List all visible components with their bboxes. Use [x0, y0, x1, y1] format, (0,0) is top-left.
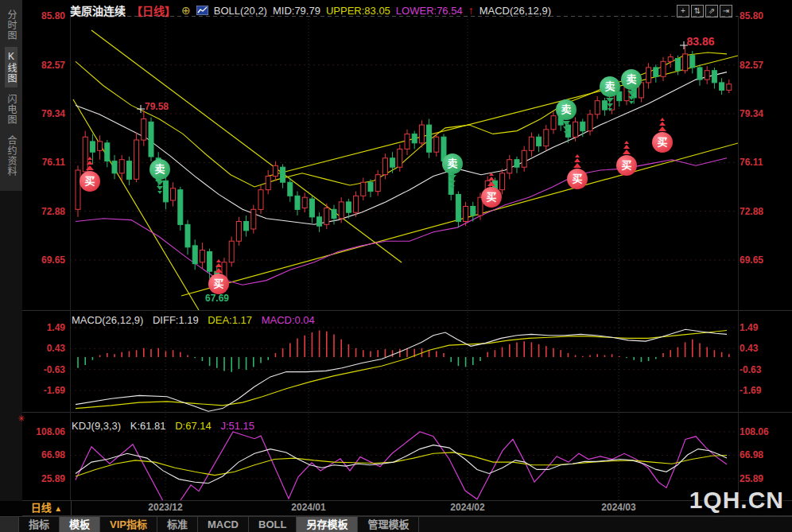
- tabbar-stub: [0, 517, 19, 532]
- watermark: 1QH.CN: [689, 487, 784, 514]
- macd-axis-label: 1.49: [22, 321, 65, 334]
- macd-title: MACD(26,12,9): [72, 314, 143, 326]
- price-axis-label: 79.34: [740, 107, 789, 120]
- tab-indicators[interactable]: 指标: [19, 517, 60, 532]
- bottom-tabbar: 指标 模板 VIP指标 标准 MACD BOLL 另存模板 管理模板: [0, 516, 792, 532]
- add-indicator-icon[interactable]: ⊕: [181, 4, 191, 17]
- macd-axis-label: -0.63: [740, 363, 789, 376]
- kdj-axis-label: 66.98: [22, 449, 65, 461]
- period-label: 日线: [31, 502, 52, 514]
- main-candlestick-chart[interactable]: [70, 16, 738, 311]
- macd-axis-label: -0.63: [22, 363, 65, 376]
- macd-axis-label: -1.69: [740, 384, 789, 397]
- tab-manage-templates[interactable]: 管理模板: [358, 517, 419, 532]
- boll-lower-value: LOWER:76.54: [396, 5, 463, 17]
- chart-type-group: 分时图 K线图 闪电图 合约资料: [0, 0, 22, 191]
- macd-params: MACD(26,12,9): [479, 5, 551, 17]
- kdj-header: KDJ(9,3,3) K:61.81 D:67.14 J:51.15: [72, 420, 261, 432]
- price-axis-label: 79.34: [22, 107, 65, 120]
- indicator-settings-icon[interactable]: ✳: [17, 414, 25, 424]
- axis-border: [738, 16, 739, 500]
- boll-mid-value: MID:79.79: [273, 5, 320, 17]
- kdj-title: KDJ(9,3,3): [72, 420, 121, 432]
- date-tick-label: 2024/03: [601, 502, 635, 513]
- kdj-axis-label: 25.89: [22, 472, 65, 485]
- chevron-up-icon: ▲: [54, 504, 62, 513]
- macd-hist-value: MACD:0.04: [262, 314, 315, 326]
- macd-dea-value: DEA:1.17: [208, 314, 252, 326]
- panel-divider[interactable]: [22, 412, 792, 413]
- panel-divider[interactable]: [22, 310, 792, 311]
- price-axis-label: 69.65: [22, 254, 65, 266]
- date-axis: 日线 ▲ 2023/122024/012024/022024/03: [0, 501, 792, 515]
- sidebar-item-flash-chart[interactable]: 闪电图: [5, 90, 17, 129]
- boll-upper-value: UPPER:83.05: [326, 5, 390, 17]
- up-arrow-icon: ↑: [468, 4, 474, 17]
- price-axis-label: 69.65: [740, 254, 789, 266]
- price-axis-label: 72.88: [22, 205, 65, 218]
- sidebar-item-kline-chart[interactable]: K线图: [5, 47, 17, 87]
- kline-mini-icon: [196, 6, 208, 15]
- tab-macd[interactable]: MACD: [198, 517, 249, 532]
- sidebar-item-time-chart[interactable]: 分时图: [5, 6, 17, 45]
- boll-params: BOLL(20,2): [214, 5, 267, 17]
- macd-panel-chart[interactable]: [70, 312, 738, 412]
- axis-border: [70, 16, 71, 500]
- sidebar-item-contract-info[interactable]: 合约资料: [5, 131, 17, 181]
- kdj-axis-label: 108.06: [740, 425, 789, 438]
- kdj-axis-label: 66.98: [740, 449, 789, 461]
- price-axis-label: 85.80: [740, 10, 789, 22]
- kdj-k-value: K:61.81: [130, 420, 166, 432]
- tab-standard[interactable]: 标准: [157, 517, 198, 532]
- sidebar: 分时图 K线图 闪电图 合约资料: [0, 0, 22, 501]
- tab-vip-indicators[interactable]: VIP指标: [100, 517, 157, 532]
- macd-header: MACD(26,12,9) DIFF:1.19 DEA:1.17 MACD:0.…: [72, 314, 321, 326]
- kdj-j-value: J:51.15: [220, 420, 254, 432]
- date-tick-label: 2024/02: [450, 502, 484, 513]
- price-axis-label: 76.11: [22, 156, 65, 169]
- kdj-axis-label: 25.89: [740, 472, 789, 485]
- kdj-d-value: D:67.14: [175, 420, 212, 432]
- macd-diff-value: DIFF:1.19: [153, 314, 199, 326]
- tab-templates[interactable]: 模板: [60, 517, 100, 532]
- tab-boll[interactable]: BOLL: [249, 517, 297, 532]
- price-axis-label: 72.88: [740, 205, 789, 218]
- macd-axis-label: 1.49: [740, 321, 789, 334]
- macd-axis-label: 0.43: [740, 342, 789, 355]
- date-tick-label: 2023/12: [148, 502, 182, 513]
- period-selector[interactable]: 日线 ▲: [22, 501, 72, 515]
- tab-save-template[interactable]: 另存模板: [297, 517, 358, 532]
- price-axis-label: 82.57: [740, 59, 789, 72]
- trading-app-window: 分时图 K线图 闪电图 合约资料 美原油连续 【日线】 ⊕ BOLL(20,2)…: [0, 0, 792, 532]
- macd-axis-label: 0.43: [22, 342, 65, 355]
- macd-axis-label: -1.69: [22, 384, 65, 397]
- kdj-axis-label: 108.06: [22, 425, 65, 438]
- price-axis-label: 82.57: [22, 59, 65, 72]
- price-axis-label: 85.80: [22, 10, 65, 22]
- price-axis-label: 76.11: [740, 156, 789, 169]
- date-tick-label: 2024/01: [291, 502, 325, 513]
